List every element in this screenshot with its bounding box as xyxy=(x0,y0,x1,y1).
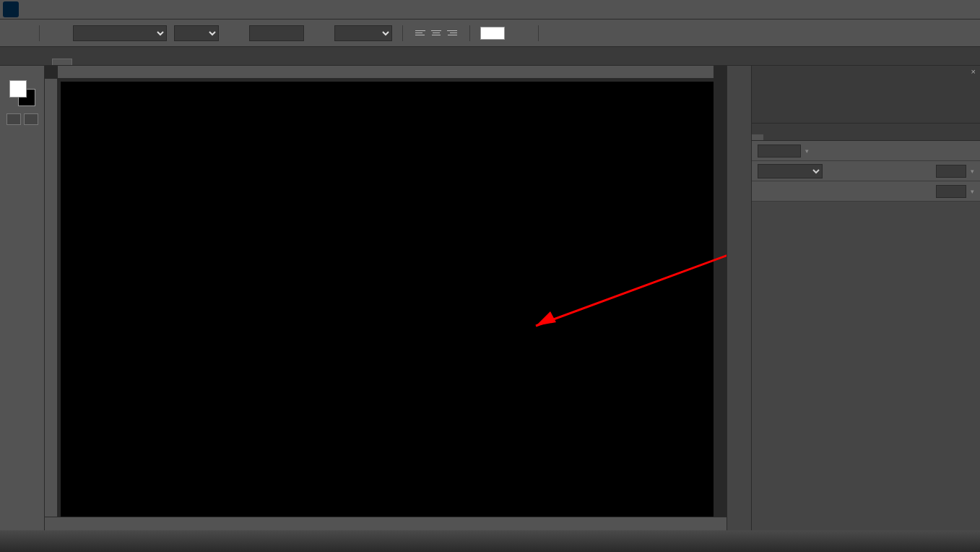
ruler-vertical xyxy=(45,79,58,538)
chevron-down-icon[interactable]: ▾ xyxy=(971,168,974,175)
text-align-group xyxy=(413,26,459,40)
lock-fill-row: ▾ xyxy=(752,181,980,202)
app-logo xyxy=(3,1,19,17)
chevron-down-icon[interactable]: ▾ xyxy=(971,188,974,195)
character-panel-button[interactable] xyxy=(549,25,565,41)
collapsed-panel-strip xyxy=(727,66,751,538)
text-color-swatch[interactable] xyxy=(480,27,505,40)
canvas[interactable] xyxy=(61,82,714,525)
mini-panel: × xyxy=(752,66,980,124)
divider xyxy=(39,25,40,41)
strip-icon-3[interactable] xyxy=(732,118,747,134)
antialias-icon xyxy=(311,25,327,41)
blend-mode-select[interactable] xyxy=(758,164,823,178)
tab-brush-presets[interactable] xyxy=(798,134,810,140)
chevron-down-icon[interactable]: ▾ xyxy=(805,147,809,155)
align-right-button[interactable] xyxy=(445,26,459,40)
document-tab-bar xyxy=(0,47,980,66)
strip-icon-1[interactable] xyxy=(732,72,747,87)
mini-panel-close[interactable]: × xyxy=(971,67,976,76)
text-orientation-toggle[interactable] xyxy=(50,25,66,41)
os-taskbar xyxy=(0,530,980,552)
layer-filter-bar: ▾ xyxy=(752,141,980,161)
tab-channels[interactable] xyxy=(763,134,775,140)
status-bar xyxy=(45,517,727,530)
foreground-color[interactable] xyxy=(9,80,27,98)
toolbox xyxy=(0,66,45,538)
options-bar xyxy=(0,20,980,47)
document-tab[interactable] xyxy=(52,59,72,65)
divider xyxy=(402,25,403,41)
strip-icon-2[interactable] xyxy=(732,95,747,111)
panel-tabs xyxy=(752,124,980,141)
menubar xyxy=(0,0,980,20)
opacity-input[interactable] xyxy=(936,165,966,178)
font-family-select[interactable] xyxy=(73,25,167,41)
type-tool-icon xyxy=(13,25,29,41)
ruler-horizontal xyxy=(58,66,714,79)
divider xyxy=(538,25,539,41)
tab-brushes[interactable] xyxy=(786,134,798,140)
main-area: × ▾ xyxy=(0,66,980,538)
font-size-icon xyxy=(226,25,242,41)
quickmask-screenmodes xyxy=(6,113,38,125)
canvas-area xyxy=(45,66,727,538)
color-swatches xyxy=(9,80,35,106)
antialias-select[interactable] xyxy=(334,25,392,41)
align-left-button[interactable] xyxy=(413,26,428,40)
blend-opacity-row: ▾ xyxy=(752,161,980,181)
font-size-input[interactable] xyxy=(249,25,304,41)
divider xyxy=(469,25,470,41)
right-panels: × ▾ xyxy=(751,66,980,538)
fill-input[interactable] xyxy=(936,185,966,198)
screenmode-button[interactable] xyxy=(24,113,38,125)
quickmask-toggle[interactable] xyxy=(6,113,21,125)
layer-filter-type[interactable] xyxy=(758,145,801,158)
tab-paths[interactable] xyxy=(775,134,786,140)
warp-text-button[interactable] xyxy=(512,25,528,41)
align-center-button[interactable] xyxy=(429,26,443,40)
layer-list xyxy=(752,202,980,538)
tab-layers[interactable] xyxy=(752,134,763,140)
font-weight-select[interactable] xyxy=(174,25,219,41)
